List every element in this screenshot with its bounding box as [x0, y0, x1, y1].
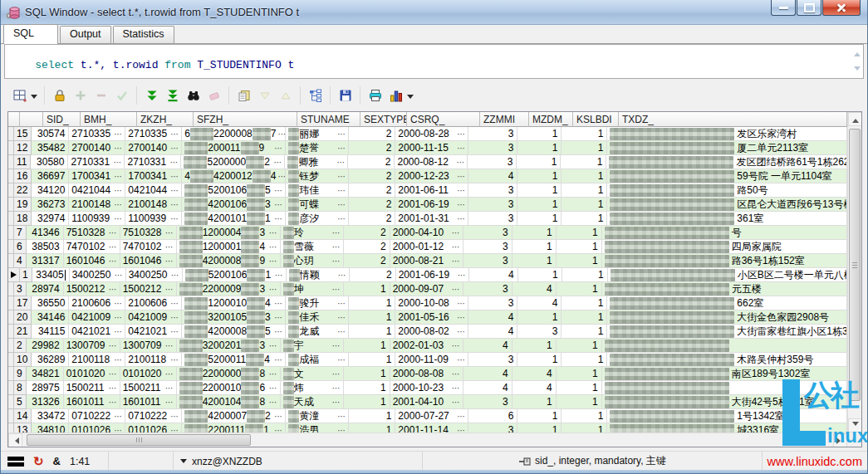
cell-zzmmi[interactable]: 3 — [468, 353, 517, 367]
cell-sextype[interactable]: 2 — [344, 254, 390, 268]
cell-sextype[interactable]: 1 — [344, 282, 390, 296]
cell-csrq[interactable]: 2001-04-10⋯ — [390, 395, 463, 409]
cell-zzmmi[interactable]: 3 — [468, 212, 517, 226]
cell-edit-button[interactable]: ⋯ — [450, 257, 460, 266]
cell-zzmmi[interactable]: 3 — [468, 423, 517, 432]
session-selector[interactable]: xnzz@XNZZDB — [174, 452, 423, 471]
cell-kslbdi[interactable]: 1 — [562, 127, 607, 141]
cell-mzdm[interactable]: 1 — [517, 423, 562, 432]
cell-csrq[interactable]: 2000-08-28⋯ — [395, 127, 468, 141]
cell-zkzh[interactable]: 2700140⋯ — [125, 141, 182, 155]
cell-csrq[interactable]: 2000-11-15⋯ — [395, 141, 468, 155]
row-number-cell[interactable]: 20 — [14, 310, 32, 325]
row-indicator-cell[interactable] — [8, 310, 14, 325]
cell-edit-button[interactable]: ⋯ — [169, 271, 179, 280]
cell-sid[interactable]: 34821 — [27, 367, 64, 381]
column-header-sfzh[interactable]: SFZH_ — [194, 112, 297, 127]
cell-sextype[interactable]: 1 — [344, 367, 390, 381]
cell-sfzh[interactable]: 32002013⋯ — [177, 339, 281, 353]
cell-csrq[interactable]: 2002-01-03⋯ — [390, 339, 463, 353]
delete-record-button[interactable] — [91, 86, 111, 106]
cell-txdz[interactable]: 四局家属院 — [602, 240, 847, 254]
cell-edit-button[interactable]: ⋯ — [169, 327, 179, 336]
cell-sfzh[interactable]: 52000114⋯ — [182, 353, 286, 367]
cell-bmh[interactable]: 1601046⋯ — [64, 254, 120, 268]
cell-bmh[interactable]: 7510328⋯ — [64, 226, 120, 240]
cell-sid[interactable]: 29982 — [27, 339, 64, 353]
cell-zkzh[interactable]: 2710331⋯ — [125, 155, 181, 169]
cell-txdz[interactable]: 南区189号1302室 — [602, 367, 847, 381]
cell-mzdm[interactable]: 4 — [512, 282, 557, 296]
cell-txdz[interactable] — [602, 381, 847, 395]
table-row[interactable]: 7 41346 7510328⋯ 7510328⋯ 12000043⋯ 玲⋯ 2… — [8, 226, 847, 240]
cell-zkzh[interactable]: 0101026⋯ — [125, 423, 182, 432]
row-number-cell[interactable]: 6 — [14, 240, 27, 254]
cell-edit-button[interactable]: ⋯ — [168, 158, 178, 167]
cell-bmh[interactable]: 0421021⋯ — [69, 325, 125, 339]
cell-edit-button[interactable]: ⋯ — [112, 214, 122, 223]
cell-sid[interactable]: 34115 — [32, 325, 69, 339]
cell-stuname[interactable]: 炜⋯ — [281, 381, 344, 395]
cell-zzmmi[interactable]: 3 — [463, 395, 512, 409]
row-indicator-cell[interactable] — [8, 296, 14, 310]
post-changes-button[interactable] — [111, 86, 132, 106]
row-indicator-cell[interactable] — [8, 183, 14, 198]
cell-edit-button[interactable]: ⋯ — [456, 271, 466, 280]
cell-sextype[interactable]: 1 — [344, 381, 390, 395]
table-row[interactable]: 22 34120 0421044⋯ 0421044⋯ 52001065⋯ 玮佳⋯… — [8, 183, 847, 198]
cell-mzdm[interactable]: 4 — [512, 381, 557, 395]
cell-sid[interactable]: 36289 — [32, 353, 69, 367]
fetch-next-page-button[interactable] — [141, 86, 162, 106]
cell-kslbdi[interactable]: 1 — [557, 240, 602, 254]
row-indicator-cell[interactable] — [8, 240, 14, 254]
cell-sfzh[interactable]: 2000119⋯ — [182, 141, 286, 155]
cell-edit-button[interactable]: ⋯ — [336, 271, 346, 280]
cell-csrq[interactable]: 2001-05-16⋯ — [395, 310, 468, 325]
cell-kslbdi[interactable]: 1 — [557, 395, 602, 409]
cell-stuname[interactable]: 骏升⋯ — [286, 296, 349, 310]
cell-edit-button[interactable]: ⋯ — [107, 369, 117, 379]
cell-sextype[interactable]: 2 — [349, 141, 395, 155]
cell-csrq[interactable]: 2000-01-12⋯ — [390, 240, 463, 254]
cell-sextype[interactable]: 2 — [350, 268, 396, 282]
cell-mzdm[interactable]: 1 — [517, 310, 562, 325]
horizontal-scrollbar[interactable] — [8, 432, 847, 447]
column-header-csrq[interactable]: CSRQ_ — [407, 112, 480, 127]
chart-button[interactable] — [385, 86, 406, 106]
row-indicator-cell[interactable] — [8, 367, 14, 381]
cell-edit-button[interactable]: ⋯ — [111, 158, 121, 167]
cell-zkzh[interactable]: 1500211⋯ — [120, 381, 177, 395]
cell-zkzh[interactable]: 1601046⋯ — [120, 254, 177, 268]
cell-bmh[interactable]: 1601011⋯ — [64, 395, 120, 409]
cell-txdz[interactable]: 木路吴仲村359号 — [607, 353, 847, 367]
cell-zzmmi[interactable]: 3 — [463, 240, 512, 254]
cell-edit-button[interactable]: ⋯ — [169, 426, 179, 433]
cell-csrq[interactable]: 2000-08-02⋯ — [395, 325, 468, 339]
cell-kslbdi[interactable]: 1 — [562, 325, 607, 339]
cell-kslbdi[interactable]: 1 — [562, 141, 607, 155]
cell-edit-button[interactable]: ⋯ — [164, 285, 174, 294]
cell-mzdm[interactable]: 1 — [512, 339, 557, 353]
cell-zzmmi[interactable]: 4 — [468, 325, 517, 339]
cell-zzmmi[interactable]: 3 — [463, 254, 512, 268]
cell-zzmmi[interactable]: 3 — [463, 282, 512, 296]
cell-mzdm[interactable]: 1 — [512, 240, 557, 254]
cell-sid[interactable]: 34810 — [32, 423, 69, 432]
cell-sid[interactable]: 33472 — [32, 409, 69, 423]
cell-csrq[interactable]: 2000-12-23⋯ — [395, 169, 468, 183]
column-header-txdz[interactable]: TXDZ_ — [619, 112, 847, 127]
tab-output[interactable]: Output — [60, 26, 111, 43]
column-header-sextype[interactable]: SEXTYPE — [360, 112, 407, 127]
table-row[interactable]: 5 31326 1601011⋯ 1601011⋯ 42001048⋯ 天成⋯ … — [8, 395, 847, 409]
cell-txdz[interactable]: 361室 — [607, 212, 847, 226]
cell-edit-button[interactable]: ⋯ — [455, 200, 465, 209]
scroll-right-button[interactable] — [833, 433, 847, 447]
cell-csrq[interactable]: 2000-07-27⋯ — [395, 409, 468, 423]
cell-zkzh[interactable]: 1601011⋯ — [120, 395, 177, 409]
cell-edit-button[interactable]: ⋯ — [112, 412, 122, 421]
cell-bmh[interactable]: 2710331⋯ — [68, 155, 125, 169]
editor-scroll-up-icon[interactable] — [854, 49, 861, 56]
cell-zzmmi[interactable]: 3 — [468, 155, 517, 169]
cell-sid[interactable]: 30574 — [32, 127, 69, 141]
cell-stuname[interactable]: 佳禾⋯ — [286, 310, 349, 325]
